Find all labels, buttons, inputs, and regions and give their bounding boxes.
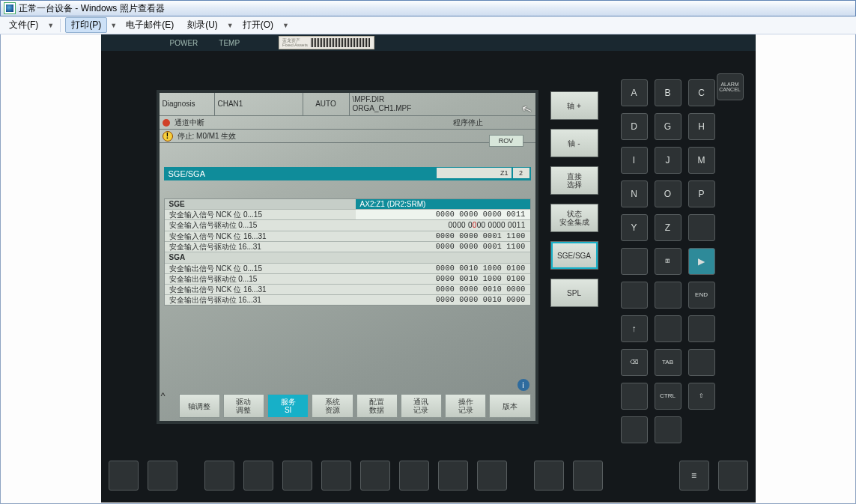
section-sga: SGA [165, 252, 530, 263]
hard-key[interactable]: ≡ [679, 461, 709, 491]
menu-file[interactable]: 文件(F) [3, 17, 44, 33]
cnc-screen: Diagnosis CHAN1 AUTO \MPF.DIR ORGA_CH1.M… [160, 93, 535, 421]
menu-email[interactable]: 电子邮件(E) [120, 17, 180, 33]
key-arrow[interactable]: ▶ [688, 248, 715, 275]
key-b[interactable]: B [655, 79, 682, 106]
hard-key[interactable] [109, 461, 139, 491]
hard-key[interactable] [243, 461, 273, 491]
power-led-label: POWER [170, 39, 198, 47]
expand-icon[interactable]: ^ [161, 390, 166, 401]
app-icon [4, 2, 16, 14]
sge-sga-table: SGE AX2:Z1 (DR2:SRM) 安全输入信号 NCK 位 0...15… [164, 198, 531, 306]
hard-key[interactable] [621, 383, 648, 410]
key-p[interactable]: P [688, 180, 715, 207]
key-n[interactable]: N [621, 180, 648, 207]
softkey-sge-sga[interactable]: SGE/SGA [550, 241, 598, 270]
menu-open[interactable]: 打开(O) [237, 17, 279, 33]
softkey-op-log[interactable]: 操作记录 [445, 394, 486, 418]
hard-key[interactable] [360, 461, 390, 491]
hard-key[interactable] [282, 461, 312, 491]
photo-viewer-canvas: POWER TEMP 蓝龙资产 Fixed Assets ALARM CANCE… [0, 34, 856, 504]
hard-key[interactable] [621, 248, 648, 275]
vertical-softkeys: 轴 + 轴 - 直接选择 状态安全集成 SGE/SGA SPL [550, 91, 598, 344]
hard-key[interactable] [321, 461, 351, 491]
menu-print[interactable]: 打印(P) [65, 17, 107, 33]
col-sge: SGE [165, 199, 356, 209]
softkey-drive-adjust[interactable]: 驱动调整 [223, 394, 264, 418]
softkey-service-si[interactable]: 服务SI [267, 394, 309, 418]
hard-key[interactable] [148, 461, 177, 491]
softkey-spl[interactable]: SPL [550, 279, 598, 307]
table-row-label: 安全输出信号 NCK 位 16...31 [165, 285, 356, 294]
softkey-direct-select[interactable]: 直接选择 [550, 166, 598, 195]
softkey-axis-minus[interactable]: 轴 - [550, 129, 598, 157]
key-d[interactable]: D [621, 113, 648, 140]
hard-key[interactable] [718, 461, 748, 491]
table-row-value: 0000 0000 0010 0000 [356, 295, 530, 305]
softkey-system-resource[interactable]: 系统资源 [312, 394, 353, 418]
softkey-config-data[interactable]: 配置数据 [356, 394, 398, 418]
hard-key[interactable] [655, 315, 682, 342]
table-row-label: 安全输入信号驱动位 16...31 [165, 242, 356, 252]
channel-state: 通道中断 [174, 118, 204, 128]
key-tab[interactable]: TAB [655, 349, 682, 376]
table-row-label: 安全输出信号 NCK 位 0...15 [165, 264, 356, 273]
hard-key[interactable] [204, 461, 234, 491]
key-end[interactable]: END [688, 282, 715, 309]
softkey-axis-plus[interactable]: 轴 + [550, 91, 598, 120]
key-m[interactable]: M [688, 147, 715, 174]
hard-key[interactable] [688, 315, 715, 342]
key-a[interactable]: A [621, 79, 648, 106]
hard-key[interactable] [438, 461, 468, 491]
hard-key[interactable]: ↑ [621, 315, 648, 342]
program-state: 程序停止 [453, 118, 483, 128]
key-h[interactable]: H [688, 113, 715, 140]
table-row-label: 安全输出信号驱动位 0...15 [165, 274, 356, 284]
chevron-down-icon: ▼ [225, 22, 235, 29]
hard-key[interactable] [621, 416, 648, 443]
hard-key[interactable] [688, 214, 715, 241]
hard-key[interactable] [688, 349, 715, 376]
softkey-axis-adjust[interactable]: 轴调整 [179, 394, 220, 418]
softkey-version[interactable]: 版本 [489, 394, 530, 418]
stop-message: 停止: M0/M1 生效 [177, 131, 237, 142]
key-i[interactable]: I [621, 147, 648, 174]
key-ctrl[interactable]: CTRL [655, 383, 682, 410]
key-backspace[interactable]: ⌫ [621, 349, 648, 376]
softkey-safety-status[interactable]: 状态安全集成 [550, 204, 598, 232]
key-o[interactable]: O [655, 180, 682, 207]
panel-top-strip: POWER TEMP 蓝龙资产 Fixed Assets [101, 34, 756, 51]
window-title: 正常一台设备 - Windows 照片查看器 [19, 2, 165, 15]
temp-led-label: TEMP [219, 39, 240, 47]
hard-key[interactable] [655, 416, 682, 443]
hard-key[interactable] [573, 461, 603, 491]
table-row-label: 安全输入信号 NCK 位 0...15 [165, 210, 356, 219]
asset-tag: 蓝龙资产 Fixed Assets [279, 36, 374, 49]
key-shift[interactable]: ⇧ [688, 383, 715, 410]
table-row-value: 0000 0000 0001 1100 [356, 231, 530, 241]
key-j[interactable]: J [655, 147, 682, 174]
hard-key[interactable] [621, 282, 648, 309]
hard-key[interactable] [399, 461, 429, 491]
alpha-keypad: A B C D G H I J M N O P Y Z ⊞ ▶ END ↑ ⌫ … [621, 79, 748, 443]
axis-name-field[interactable]: Z1 [437, 168, 512, 178]
stop-icon [163, 119, 170, 127]
key-next-window[interactable]: ⊞ [655, 248, 682, 275]
table-row-value: 0000 0000 0000 0011 [356, 210, 530, 219]
screen-header: Diagnosis CHAN1 AUTO \MPF.DIR ORGA_CH1.M… [160, 93, 535, 116]
cnc-panel-photo: POWER TEMP 蓝龙资产 Fixed Assets ALARM CANCE… [101, 34, 756, 503]
hard-key[interactable] [534, 461, 564, 491]
col-axis: AX2:Z1 (DR2:SRM) [356, 199, 530, 209]
table-row-label: 安全输入信号 NCK 位 16...31 [165, 231, 356, 241]
softkey-comm-log[interactable]: 通讯记录 [401, 394, 442, 418]
menu-burn[interactable]: 刻录(U) [181, 17, 224, 33]
hard-key[interactable] [655, 282, 682, 309]
key-z[interactable]: Z [655, 214, 682, 241]
axis-index-field[interactable]: 2 [513, 168, 529, 178]
key-c[interactable]: C [688, 79, 715, 106]
hard-key[interactable] [477, 461, 507, 491]
chevron-down-icon: ▼ [281, 22, 291, 29]
key-g[interactable]: G [655, 113, 682, 140]
info-icon[interactable]: i [517, 379, 529, 391]
key-y[interactable]: Y [621, 214, 648, 241]
